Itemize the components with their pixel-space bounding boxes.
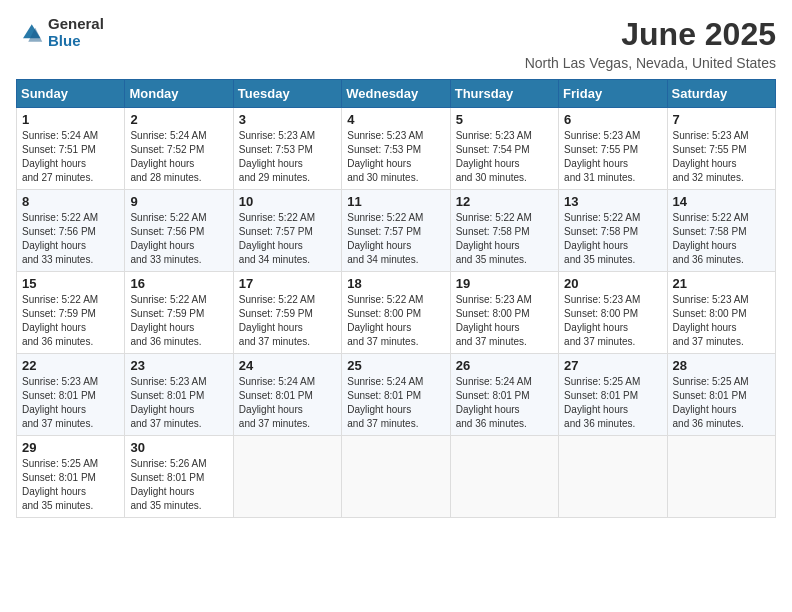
day-info: Sunrise: 5:22 AMSunset: 7:56 PMDaylight … xyxy=(130,212,206,265)
calendar-cell xyxy=(667,436,775,518)
calendar-cell: 1 Sunrise: 5:24 AMSunset: 7:51 PMDayligh… xyxy=(17,108,125,190)
day-number: 10 xyxy=(239,194,336,209)
calendar-cell: 8 Sunrise: 5:22 AMSunset: 7:56 PMDayligh… xyxy=(17,190,125,272)
day-info: Sunrise: 5:25 AMSunset: 8:01 PMDaylight … xyxy=(22,458,98,511)
calendar-table: Sunday Monday Tuesday Wednesday Thursday… xyxy=(16,79,776,518)
header-thursday: Thursday xyxy=(450,80,558,108)
day-info: Sunrise: 5:22 AMSunset: 7:57 PMDaylight … xyxy=(347,212,423,265)
calendar-cell: 20 Sunrise: 5:23 AMSunset: 8:00 PMDaylig… xyxy=(559,272,667,354)
week-row-1: 1 Sunrise: 5:24 AMSunset: 7:51 PMDayligh… xyxy=(17,108,776,190)
day-number: 6 xyxy=(564,112,661,127)
calendar-cell: 6 Sunrise: 5:23 AMSunset: 7:55 PMDayligh… xyxy=(559,108,667,190)
day-info: Sunrise: 5:23 AMSunset: 7:54 PMDaylight … xyxy=(456,130,532,183)
day-number: 5 xyxy=(456,112,553,127)
day-number: 15 xyxy=(22,276,119,291)
day-info: Sunrise: 5:22 AMSunset: 7:56 PMDaylight … xyxy=(22,212,98,265)
day-info: Sunrise: 5:22 AMSunset: 7:58 PMDaylight … xyxy=(564,212,640,265)
calendar-cell: 18 Sunrise: 5:22 AMSunset: 8:00 PMDaylig… xyxy=(342,272,450,354)
day-number: 7 xyxy=(673,112,770,127)
day-info: Sunrise: 5:23 AMSunset: 7:53 PMDaylight … xyxy=(239,130,315,183)
day-number: 18 xyxy=(347,276,444,291)
calendar-cell: 24 Sunrise: 5:24 AMSunset: 8:01 PMDaylig… xyxy=(233,354,341,436)
calendar-cell: 25 Sunrise: 5:24 AMSunset: 8:01 PMDaylig… xyxy=(342,354,450,436)
calendar-cell: 10 Sunrise: 5:22 AMSunset: 7:57 PMDaylig… xyxy=(233,190,341,272)
calendar-cell: 4 Sunrise: 5:23 AMSunset: 7:53 PMDayligh… xyxy=(342,108,450,190)
day-number: 22 xyxy=(22,358,119,373)
calendar-cell: 5 Sunrise: 5:23 AMSunset: 7:54 PMDayligh… xyxy=(450,108,558,190)
logo-blue-text: Blue xyxy=(48,33,104,50)
day-info: Sunrise: 5:22 AMSunset: 7:57 PMDaylight … xyxy=(239,212,315,265)
calendar-cell: 14 Sunrise: 5:22 AMSunset: 7:58 PMDaylig… xyxy=(667,190,775,272)
day-number: 12 xyxy=(456,194,553,209)
calendar-cell: 9 Sunrise: 5:22 AMSunset: 7:56 PMDayligh… xyxy=(125,190,233,272)
header-tuesday: Tuesday xyxy=(233,80,341,108)
header-wednesday: Wednesday xyxy=(342,80,450,108)
calendar-cell xyxy=(450,436,558,518)
day-info: Sunrise: 5:23 AMSunset: 7:53 PMDaylight … xyxy=(347,130,423,183)
header-saturday: Saturday xyxy=(667,80,775,108)
day-info: Sunrise: 5:23 AMSunset: 7:55 PMDaylight … xyxy=(564,130,640,183)
day-number: 3 xyxy=(239,112,336,127)
day-number: 25 xyxy=(347,358,444,373)
day-info: Sunrise: 5:24 AMSunset: 7:52 PMDaylight … xyxy=(130,130,206,183)
calendar-title: June 2025 xyxy=(525,16,776,53)
calendar-cell: 23 Sunrise: 5:23 AMSunset: 8:01 PMDaylig… xyxy=(125,354,233,436)
day-info: Sunrise: 5:22 AMSunset: 7:58 PMDaylight … xyxy=(673,212,749,265)
day-number: 11 xyxy=(347,194,444,209)
day-info: Sunrise: 5:22 AMSunset: 8:00 PMDaylight … xyxy=(347,294,423,347)
day-number: 24 xyxy=(239,358,336,373)
day-number: 1 xyxy=(22,112,119,127)
day-number: 23 xyxy=(130,358,227,373)
week-row-2: 8 Sunrise: 5:22 AMSunset: 7:56 PMDayligh… xyxy=(17,190,776,272)
calendar-cell: 3 Sunrise: 5:23 AMSunset: 7:53 PMDayligh… xyxy=(233,108,341,190)
day-info: Sunrise: 5:23 AMSunset: 8:00 PMDaylight … xyxy=(456,294,532,347)
day-number: 14 xyxy=(673,194,770,209)
day-info: Sunrise: 5:22 AMSunset: 7:59 PMDaylight … xyxy=(130,294,206,347)
header-sunday: Sunday xyxy=(17,80,125,108)
logo-icon xyxy=(16,19,44,47)
day-info: Sunrise: 5:23 AMSunset: 8:01 PMDaylight … xyxy=(130,376,206,429)
calendar-cell: 13 Sunrise: 5:22 AMSunset: 7:58 PMDaylig… xyxy=(559,190,667,272)
calendar-cell: 7 Sunrise: 5:23 AMSunset: 7:55 PMDayligh… xyxy=(667,108,775,190)
day-number: 27 xyxy=(564,358,661,373)
page-header: General Blue June 2025 North Las Vegas, … xyxy=(16,16,776,71)
day-info: Sunrise: 5:23 AMSunset: 8:01 PMDaylight … xyxy=(22,376,98,429)
week-row-3: 15 Sunrise: 5:22 AMSunset: 7:59 PMDaylig… xyxy=(17,272,776,354)
calendar-cell: 11 Sunrise: 5:22 AMSunset: 7:57 PMDaylig… xyxy=(342,190,450,272)
day-number: 8 xyxy=(22,194,119,209)
calendar-cell: 28 Sunrise: 5:25 AMSunset: 8:01 PMDaylig… xyxy=(667,354,775,436)
calendar-cell: 16 Sunrise: 5:22 AMSunset: 7:59 PMDaylig… xyxy=(125,272,233,354)
logo: General Blue xyxy=(16,16,104,49)
day-info: Sunrise: 5:24 AMSunset: 8:01 PMDaylight … xyxy=(347,376,423,429)
calendar-cell: 26 Sunrise: 5:24 AMSunset: 8:01 PMDaylig… xyxy=(450,354,558,436)
calendar-cell: 27 Sunrise: 5:25 AMSunset: 8:01 PMDaylig… xyxy=(559,354,667,436)
header-monday: Monday xyxy=(125,80,233,108)
calendar-cell: 22 Sunrise: 5:23 AMSunset: 8:01 PMDaylig… xyxy=(17,354,125,436)
header-friday: Friday xyxy=(559,80,667,108)
calendar-cell: 29 Sunrise: 5:25 AMSunset: 8:01 PMDaylig… xyxy=(17,436,125,518)
day-info: Sunrise: 5:24 AMSunset: 8:01 PMDaylight … xyxy=(456,376,532,429)
calendar-cell: 19 Sunrise: 5:23 AMSunset: 8:00 PMDaylig… xyxy=(450,272,558,354)
day-info: Sunrise: 5:22 AMSunset: 7:58 PMDaylight … xyxy=(456,212,532,265)
weekday-header-row: Sunday Monday Tuesday Wednesday Thursday… xyxy=(17,80,776,108)
week-row-4: 22 Sunrise: 5:23 AMSunset: 8:01 PMDaylig… xyxy=(17,354,776,436)
day-number: 13 xyxy=(564,194,661,209)
day-number: 16 xyxy=(130,276,227,291)
day-number: 26 xyxy=(456,358,553,373)
day-info: Sunrise: 5:22 AMSunset: 7:59 PMDaylight … xyxy=(239,294,315,347)
day-number: 2 xyxy=(130,112,227,127)
title-block: June 2025 North Las Vegas, Nevada, Unite… xyxy=(525,16,776,71)
day-number: 19 xyxy=(456,276,553,291)
day-info: Sunrise: 5:25 AMSunset: 8:01 PMDaylight … xyxy=(673,376,749,429)
calendar-cell: 12 Sunrise: 5:22 AMSunset: 7:58 PMDaylig… xyxy=(450,190,558,272)
week-row-5: 29 Sunrise: 5:25 AMSunset: 8:01 PMDaylig… xyxy=(17,436,776,518)
calendar-cell: 15 Sunrise: 5:22 AMSunset: 7:59 PMDaylig… xyxy=(17,272,125,354)
day-number: 20 xyxy=(564,276,661,291)
calendar-cell xyxy=(233,436,341,518)
day-number: 29 xyxy=(22,440,119,455)
calendar-cell: 17 Sunrise: 5:22 AMSunset: 7:59 PMDaylig… xyxy=(233,272,341,354)
day-number: 17 xyxy=(239,276,336,291)
calendar-cell: 2 Sunrise: 5:24 AMSunset: 7:52 PMDayligh… xyxy=(125,108,233,190)
day-info: Sunrise: 5:24 AMSunset: 7:51 PMDaylight … xyxy=(22,130,98,183)
calendar-cell: 30 Sunrise: 5:26 AMSunset: 8:01 PMDaylig… xyxy=(125,436,233,518)
